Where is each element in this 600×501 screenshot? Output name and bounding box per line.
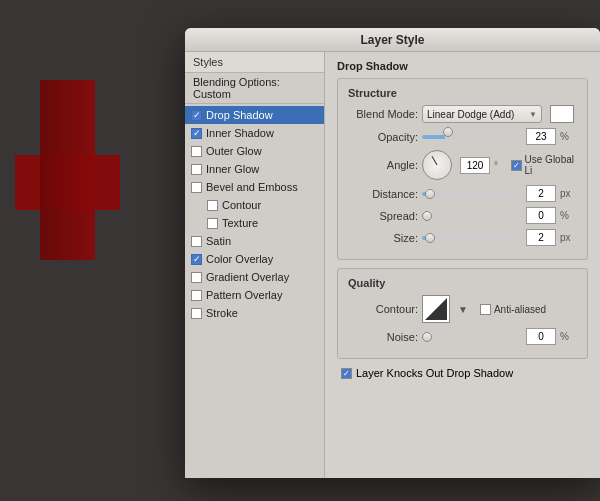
- spread-row: Spread: 0 %: [348, 207, 577, 224]
- svg-rect-3: [40, 80, 95, 260]
- noise-slider[interactable]: [422, 330, 522, 344]
- blending-options-item[interactable]: Blending Options: Custom: [185, 73, 324, 104]
- blend-mode-dropdown[interactable]: Linear Dodge (Add) ▼: [422, 105, 542, 123]
- sidebar-item-gradient-overlay[interactable]: Gradient Overlay: [185, 268, 324, 286]
- dialog-titlebar: Layer Style: [185, 28, 600, 52]
- size-input[interactable]: 2: [526, 229, 556, 246]
- bevel-emboss-checkbox[interactable]: [191, 182, 202, 193]
- inner-glow-label: Inner Glow: [206, 163, 259, 175]
- angle-dial[interactable]: [422, 150, 452, 180]
- sidebar-item-color-overlay[interactable]: ✓ Color Overlay: [185, 250, 324, 268]
- inner-glow-checkbox[interactable]: [191, 164, 202, 175]
- gradient-overlay-checkbox[interactable]: [191, 272, 202, 283]
- texture-label: Texture: [222, 217, 258, 229]
- pattern-overlay-checkbox[interactable]: [191, 290, 202, 301]
- blending-options-label: Blending Options: Custom: [193, 76, 316, 100]
- noise-label: Noise:: [348, 331, 418, 343]
- sidebar-item-pattern-overlay[interactable]: Pattern Overlay: [185, 286, 324, 304]
- distance-row: Distance: 2 px: [348, 185, 577, 202]
- angle-label: Angle:: [348, 159, 418, 171]
- blend-mode-row: Blend Mode: Linear Dodge (Add) ▼: [348, 105, 577, 123]
- outer-glow-checkbox[interactable]: [191, 146, 202, 157]
- layer-style-dialog: Layer Style Styles Blending Options: Cus…: [185, 28, 600, 478]
- use-global-checkbox[interactable]: ✓: [511, 160, 522, 171]
- inner-shadow-label: Inner Shadow: [206, 127, 274, 139]
- spread-slider[interactable]: [422, 209, 522, 223]
- distance-slider[interactable]: [422, 187, 522, 201]
- gradient-overlay-label: Gradient Overlay: [206, 271, 289, 283]
- outer-glow-label: Outer Glow: [206, 145, 262, 157]
- satin-checkbox[interactable]: [191, 236, 202, 247]
- dialog-body: Styles Blending Options: Custom ✓ Drop S…: [185, 52, 600, 478]
- size-unit: px: [560, 232, 574, 243]
- blend-mode-color-swatch[interactable]: [550, 105, 574, 123]
- spread-label: Spread:: [348, 210, 418, 222]
- structure-title: Structure: [348, 87, 577, 99]
- stroke-checkbox[interactable]: [191, 308, 202, 319]
- anti-aliased-label: Anti-aliased: [494, 304, 546, 315]
- blend-mode-arrow: ▼: [529, 110, 537, 119]
- distance-unit: px: [560, 188, 574, 199]
- spread-input[interactable]: 0: [526, 207, 556, 224]
- size-slider[interactable]: [422, 231, 522, 245]
- anti-aliased-container[interactable]: Anti-aliased: [480, 304, 546, 315]
- contour-checkbox[interactable]: [207, 200, 218, 211]
- contour-dropdown-arrow[interactable]: ▼: [458, 304, 468, 315]
- layer-knocks-label: Layer Knocks Out Drop Shadow: [356, 367, 513, 379]
- quality-title: Quality: [348, 277, 577, 289]
- pattern-overlay-label: Pattern Overlay: [206, 289, 282, 301]
- color-overlay-checkbox[interactable]: ✓: [191, 254, 202, 265]
- contour-svg: [425, 298, 447, 320]
- texture-checkbox[interactable]: [207, 218, 218, 229]
- noise-unit: %: [560, 331, 574, 342]
- opacity-row: Opacity: 23 %: [348, 128, 577, 145]
- distance-label: Distance:: [348, 188, 418, 200]
- angle-row: Angle: 120 ° ✓ Use Global Li: [348, 150, 577, 180]
- contour-field-label: Contour:: [348, 303, 418, 315]
- left-panel: Styles Blending Options: Custom ✓ Drop S…: [185, 52, 325, 478]
- spread-unit: %: [560, 210, 574, 221]
- sidebar-item-texture[interactable]: Texture: [185, 214, 324, 232]
- drop-shadow-section-title: Drop Shadow: [337, 60, 588, 72]
- blend-mode-value: Linear Dodge (Add): [427, 109, 514, 120]
- size-label: Size:: [348, 232, 418, 244]
- opacity-unit: %: [560, 131, 574, 142]
- use-global-label: Use Global Li: [525, 154, 577, 176]
- anti-aliased-checkbox[interactable]: [480, 304, 491, 315]
- contour-label: Contour: [222, 199, 261, 211]
- bevel-emboss-label: Bevel and Emboss: [206, 181, 298, 193]
- sidebar-item-inner-shadow[interactable]: ✓ Inner Shadow: [185, 124, 324, 142]
- sidebar-item-outer-glow[interactable]: Outer Glow: [185, 142, 324, 160]
- layer-knocks-checkbox[interactable]: ✓: [341, 368, 352, 379]
- contour-row: Contour: ▼ Anti-aliased: [348, 295, 577, 323]
- opacity-slider[interactable]: [422, 130, 522, 144]
- layer-knocks-row: ✓ Layer Knocks Out Drop Shadow: [337, 367, 588, 379]
- drop-shadow-checkbox[interactable]: ✓: [191, 110, 202, 121]
- satin-label: Satin: [206, 235, 231, 247]
- styles-header: Styles: [185, 52, 324, 73]
- opacity-input[interactable]: 23: [526, 128, 556, 145]
- sidebar-item-drop-shadow[interactable]: ✓ Drop Shadow: [185, 106, 324, 124]
- size-row: Size: 2 px: [348, 229, 577, 246]
- angle-input[interactable]: 120: [460, 157, 490, 174]
- inner-shadow-checkbox[interactable]: ✓: [191, 128, 202, 139]
- sidebar-item-inner-glow[interactable]: Inner Glow: [185, 160, 324, 178]
- dialog-title: Layer Style: [360, 33, 424, 47]
- angle-unit: °: [494, 160, 507, 171]
- opacity-label: Opacity:: [348, 131, 418, 143]
- sidebar-item-satin[interactable]: Satin: [185, 232, 324, 250]
- color-overlay-label: Color Overlay: [206, 253, 273, 265]
- drop-shadow-label: Drop Shadow: [206, 109, 273, 121]
- quality-section: Quality Contour: ▼ Anti-aliased: [337, 268, 588, 359]
- structure-section: Structure Blend Mode: Linear Dodge (Add)…: [337, 78, 588, 260]
- sidebar-item-bevel-emboss[interactable]: Bevel and Emboss: [185, 178, 324, 196]
- contour-preview[interactable]: [422, 295, 450, 323]
- sidebar-item-contour[interactable]: Contour: [185, 196, 324, 214]
- right-panel: Drop Shadow Structure Blend Mode: Linear…: [325, 52, 600, 478]
- use-global-label-container[interactable]: ✓ Use Global Li: [511, 154, 577, 176]
- stroke-label: Stroke: [206, 307, 238, 319]
- sidebar-item-stroke[interactable]: Stroke: [185, 304, 324, 322]
- distance-input[interactable]: 2: [526, 185, 556, 202]
- noise-row: Noise: 0 %: [348, 328, 577, 345]
- noise-input[interactable]: 0: [526, 328, 556, 345]
